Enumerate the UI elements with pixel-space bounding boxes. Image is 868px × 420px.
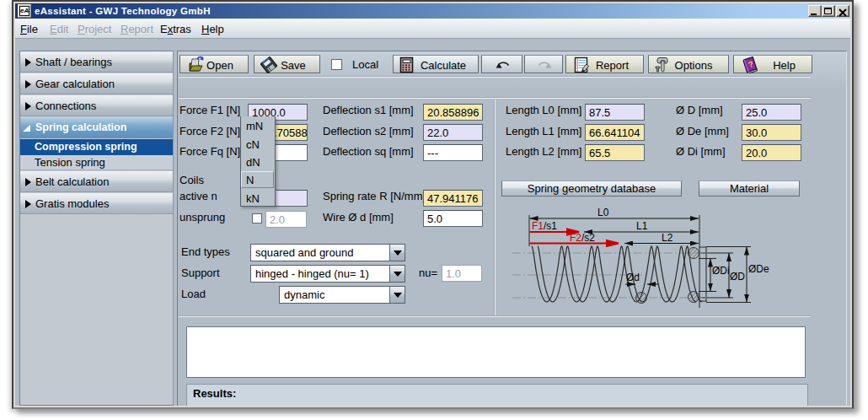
svg-text:L2: L2 <box>662 232 673 244</box>
svg-text:L0: L0 <box>597 207 609 218</box>
svg-text:ØDe: ØDe <box>748 263 769 275</box>
svg-text:F2/s2: F2/s2 <box>570 232 595 244</box>
svg-text:Ød: Ød <box>626 272 640 283</box>
svg-text:L1: L1 <box>636 220 648 232</box>
svg-text:ØD: ØD <box>730 271 745 283</box>
svg-text:F1/s1: F1/s1 <box>532 220 557 232</box>
svg-text:ØDi: ØDi <box>712 265 730 277</box>
